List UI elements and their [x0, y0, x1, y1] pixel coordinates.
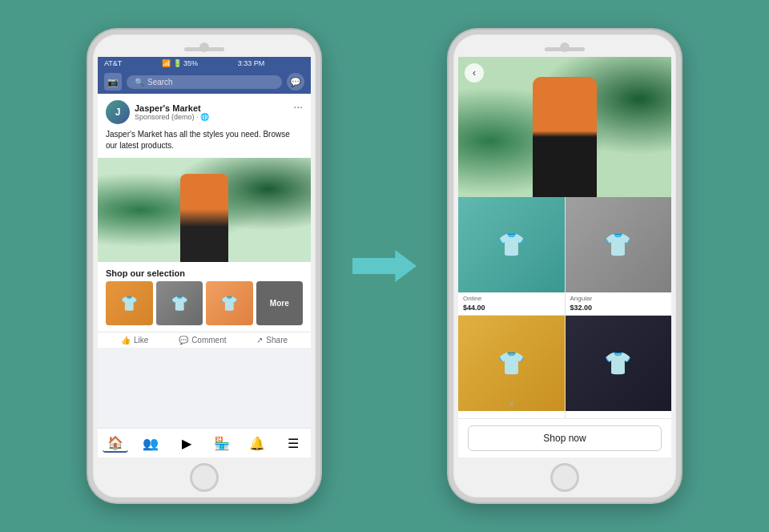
shirt-image-4: 👕: [569, 319, 669, 408]
product-item-1[interactable]: 👕: [106, 281, 153, 325]
shop-item-image-3: 👕: [458, 316, 565, 411]
facebook-feed: J Jasper's Market Sponsored (demo) · 🌐 ·…: [98, 94, 311, 428]
phone-top-bar-right: [453, 34, 676, 57]
camera-icon[interactable]: 📷: [104, 73, 122, 91]
search-bar[interactable]: 🔍 Search: [127, 75, 282, 89]
comment-icon: 💬: [179, 336, 188, 345]
phone-bottom-left: [93, 457, 316, 498]
more-label: More: [270, 299, 289, 308]
shop-item-image-4: 👕: [566, 316, 672, 411]
scene: AT&T 📶 🔋 35% 3:33 PM 📷 🔍 Search 💬: [0, 0, 769, 532]
share-icon: ↗: [256, 336, 263, 345]
sponsored-label: Sponsored (demo) · 🌐: [135, 113, 209, 121]
nav-notifications[interactable]: 🔔: [244, 433, 270, 453]
share-label: Share: [266, 336, 288, 345]
status-bar: AT&T 📶 🔋 35% 3:33 PM: [98, 57, 311, 70]
shirt-image-2: 👕: [569, 200, 669, 289]
user-info: Jasper's Market Sponsored (demo) · 🌐: [135, 103, 209, 121]
nav-home[interactable]: 🏠: [103, 433, 128, 453]
right-phone-screen: ‹ 👕 Online $44.00 👕 Angular: [458, 57, 671, 457]
like-button[interactable]: 👍 Like: [121, 336, 148, 345]
phone-bottom-right: [453, 457, 676, 498]
post-user: J Jasper's Market Sponsored (demo) · 🌐: [106, 100, 209, 124]
product-item-3[interactable]: 👕: [206, 281, 253, 325]
post-text: Jasper's Market has all the styles you n…: [98, 129, 311, 158]
search-icon: 🔍: [135, 78, 144, 87]
tshirt-3: 👕: [212, 288, 247, 319]
phone-speaker-right: [545, 47, 585, 51]
svg-marker-0: [352, 250, 417, 282]
bottom-navigation: 🏠 👥 ▶ 🏪 🔔 ☰: [98, 428, 311, 457]
avatar: J: [106, 100, 130, 124]
shop-hero-image: ‹: [458, 57, 671, 197]
shop-item-price-2: $32.00: [566, 304, 672, 315]
home-button-left[interactable]: [190, 463, 219, 492]
tshirt-2: 👕: [163, 288, 197, 319]
product-grid: 👕 Online $44.00 👕 Angular $32.00 �: [458, 197, 671, 418]
back-button[interactable]: ‹: [465, 63, 484, 83]
shop-bottom-bar: Shop now: [458, 418, 671, 457]
comment-label: Comment: [191, 336, 226, 345]
messenger-icon[interactable]: 💬: [287, 73, 304, 91]
share-button[interactable]: ↗ Share: [256, 336, 288, 345]
post-actions: 👍 Like 💬 Comment ↗ Share: [98, 332, 311, 348]
shirt-image-1: 👕: [461, 200, 562, 289]
post-header: J Jasper's Market Sponsored (demo) · 🌐 ·…: [98, 94, 311, 129]
shop-model-large: [533, 77, 597, 197]
nav-friends[interactable]: 👥: [138, 433, 163, 453]
shop-now-button[interactable]: Shop now: [468, 425, 662, 451]
shop-grid-item-2[interactable]: 👕 Angular $32.00: [566, 197, 672, 315]
nav-menu[interactable]: ☰: [280, 433, 306, 453]
left-phone-screen: AT&T 📶 🔋 35% 3:33 PM 📷 🔍 Search 💬: [98, 57, 311, 457]
username: Jasper's Market: [135, 103, 209, 113]
shirt-image-3: 👕: [461, 319, 562, 408]
post-hero-image: [98, 158, 311, 262]
status-time: 3:33 PM: [238, 59, 265, 67]
tshirt-1: 👕: [112, 288, 147, 319]
shop-item-label-1: Online: [458, 292, 565, 304]
shop-selection-label: Shop our selection: [98, 262, 311, 281]
model-figure: [180, 174, 228, 262]
home-button-right[interactable]: [550, 463, 579, 492]
shop-grid-item-4[interactable]: 👕: [566, 316, 672, 418]
product-row: 👕 👕 👕: [98, 281, 311, 332]
like-label: Like: [134, 336, 148, 345]
product-item-more[interactable]: More: [256, 281, 304, 325]
shop-grid-item-1[interactable]: 👕 Online $44.00: [458, 197, 565, 315]
shop-grid-item-3[interactable]: 👕 ∨: [458, 316, 565, 418]
carrier-text: AT&T: [104, 59, 122, 67]
more-options-icon[interactable]: ···: [293, 100, 303, 113]
phone-speaker-left: [184, 47, 224, 51]
shop-item-image-1: 👕: [458, 197, 565, 292]
shop-item-price-1: $44.00: [458, 304, 565, 315]
shop-item-image-2: 👕: [566, 197, 672, 292]
left-phone: AT&T 📶 🔋 35% 3:33 PM 📷 🔍 Search 💬: [88, 30, 320, 502]
shop-item-label-2: Angular: [566, 292, 672, 304]
right-phone: ‹ 👕 Online $44.00 👕 Angular: [449, 30, 681, 502]
comment-button[interactable]: 💬 Comment: [179, 336, 226, 345]
arrow-container: [352, 246, 417, 286]
facebook-post: J Jasper's Market Sponsored (demo) · 🌐 ·…: [98, 94, 311, 348]
phone-top-bar-left: [93, 34, 316, 57]
product-item-2[interactable]: 👕: [156, 281, 203, 325]
nav-marketplace[interactable]: 🏪: [209, 433, 235, 453]
facebook-navbar: 📷 🔍 Search 💬: [98, 70, 311, 94]
like-icon: 👍: [121, 336, 131, 345]
status-icons: 📶 🔋 35%: [162, 59, 198, 67]
chevron-down-icon: ∨: [509, 399, 514, 408]
nav-watch[interactable]: ▶: [174, 433, 199, 453]
right-arrow-icon: [352, 246, 417, 286]
search-placeholder: Search: [147, 78, 173, 87]
